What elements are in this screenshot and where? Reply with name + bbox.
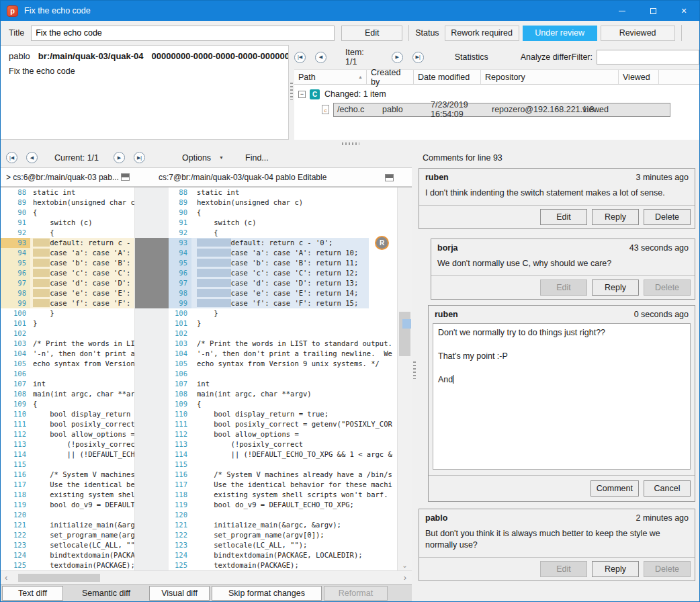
status-button-reviewed[interactable]: Reviewed [601,26,675,41]
column-label: Date modified [418,73,470,82]
code-text: default: return c - '0'; [30,238,134,248]
right-code-editor[interactable]: 88static int89hextobin(unsigned char c)9… [169,187,392,570]
code-line: 111 bool posixly_correct = getenv("POSIX… [1,419,134,429]
changed-group-row[interactable]: − C Changed: 1 item [294,87,699,101]
line-number: 120 [169,510,191,520]
vertical-splitter[interactable] [289,45,294,140]
code-text: case 'f': case 'F': return 15; [191,298,392,308]
collapse-expander-icon[interactable]: − [298,91,306,98]
code-line: 99 case 'f': case 'F': return 15; [169,298,392,308]
line-number: 91 [1,218,30,228]
line-number: 90 [169,208,191,218]
code-line: 105echo syntax from Version 9 unix syste… [1,359,134,369]
monitor-icon[interactable] [385,174,394,181]
column-header-date-modified[interactable]: Date modified [414,70,481,84]
scroll-left-icon[interactable]: ‹ [5,572,7,583]
options-menu[interactable]: Options [182,153,211,163]
last-diff-button[interactable]: ▶| [134,152,145,163]
analyze-differences-link[interactable]: Analyze differer [521,52,572,62]
splitter-grip-icon [290,83,293,100]
first-diff-button[interactable]: |◀ [6,152,17,163]
code-text: initialize_main(&argc, &argv); [191,520,392,530]
monitor-icon[interactable] [121,173,130,181]
chevron-down-icon[interactable]: ▼ [219,155,224,160]
code-line: 118 existing system shell scripts won't … [169,490,392,500]
scrollbar-thumb[interactable] [18,574,100,582]
horizontal-scrollbar[interactable]: ‹ › [1,570,412,584]
vertical-scrollbar[interactable]: ⌄ [397,187,412,570]
filter-input[interactable] [597,50,699,64]
code-line: 112 bool allow_options = [1,429,134,439]
code-line: 116 /* System V machines already have a … [1,470,134,480]
separator [681,25,682,41]
file-row[interactable]: c /echo.c pablo 7/23/2019 16:54:09 repoz… [294,102,699,117]
left-code-editor[interactable]: 88static int89hextobin(unsigned char c)9… [1,187,134,570]
line-number: 103 [1,339,30,349]
status-button-rework-required[interactable]: Rework required [445,26,519,41]
code-line: 101} [1,318,134,329]
file-path: /echo.c [337,105,382,114]
close-button[interactable]: × [668,1,699,21]
column-header-stub [659,70,699,84]
line-number: 101 [169,318,191,329]
code-text [191,329,392,339]
previous-diff-button[interactable]: ◀ [26,152,38,163]
title-input[interactable] [31,26,335,41]
cancel-button[interactable]: Cancel [644,480,691,497]
line-number: 111 [1,419,30,429]
reply-button[interactable]: Reply [592,209,639,225]
scroll-down-icon[interactable]: ⌄ [398,562,412,569]
scroll-right-icon[interactable]: › [404,572,406,583]
tab-semantic-diff[interactable]: Semantic diff [65,586,147,601]
selected-file-row[interactable]: /echo.c pablo 7/23/2019 16:54:09 repozer… [333,103,670,117]
tab-visual-diff[interactable]: Visual diff [149,586,210,601]
tab-skip-format-changes[interactable]: Skip format changes [212,586,322,601]
code-line: 102 [1,329,134,339]
code-line: 108main(int argc, char **argv) [169,389,392,399]
delete-button[interactable]: Delete [644,209,691,225]
diff-file-headers: > cs:6@br:/main/quak-03 pab... cs:7@br:/… [1,167,412,187]
line-number: 114 [1,449,30,460]
reply-button[interactable]: Reply [592,280,639,296]
previous-item-button[interactable]: ◀ [315,52,326,63]
code-text: textdomain(PACKAGE); [191,560,392,570]
first-item-button[interactable]: |◀ [294,52,306,63]
line-number: 123 [1,540,30,550]
code-text: case 'd': case 'D': return 13; [30,278,134,288]
next-item-button[interactable]: ▶ [392,52,403,63]
minimize-button[interactable] [607,1,638,21]
code-line: 104'-n', then don't print a trailing new… [1,349,134,359]
comment-button[interactable]: Comment [590,480,639,497]
next-diff-button[interactable]: ▶ [114,152,125,163]
find-button[interactable]: Find... [245,153,269,163]
column-header-repository[interactable]: Repository [481,70,619,84]
last-item-button[interactable]: ▶| [412,52,424,63]
code-line: 107int [1,379,134,389]
scrollbar-thumb[interactable] [399,312,410,356]
vertical-splitter[interactable] [412,148,417,601]
spacer [419,229,695,239]
line-number: 112 [1,429,30,439]
status-button-under-review[interactable]: Under review [523,26,597,41]
code-text: case 'a': case 'A': return 10; [30,248,134,258]
line-number: 94 [169,248,191,258]
column-header-created-by[interactable]: Created by [367,70,414,84]
edit-button[interactable]: Edit [540,209,587,225]
maximize-button[interactable] [638,1,668,21]
horizontal-splitter[interactable] [1,140,699,148]
statistics-link[interactable]: Statistics [455,52,488,62]
comment-input[interactable]: Don't we normally try to do things just … [433,323,691,470]
review-comment-badge[interactable]: R [375,236,389,250]
code-line: 111 bool posixly_correct = getenv("POSIX… [169,419,392,429]
column-header-viewed[interactable]: Viewed [619,70,659,84]
comment-author: borja [437,243,458,253]
code-line: 91 switch (c) [1,218,134,228]
edit-title-button[interactable]: Edit [341,26,402,41]
column-header-path[interactable]: Path▲ [294,70,367,84]
line-number: 92 [1,228,30,238]
code-line: 88static int [1,187,134,198]
tab-text-diff[interactable]: Text diff [2,586,63,601]
code-text: main(int argc, char **argv) [191,389,392,399]
reply-button[interactable]: Reply [592,561,639,577]
line-number: 115 [169,460,191,470]
